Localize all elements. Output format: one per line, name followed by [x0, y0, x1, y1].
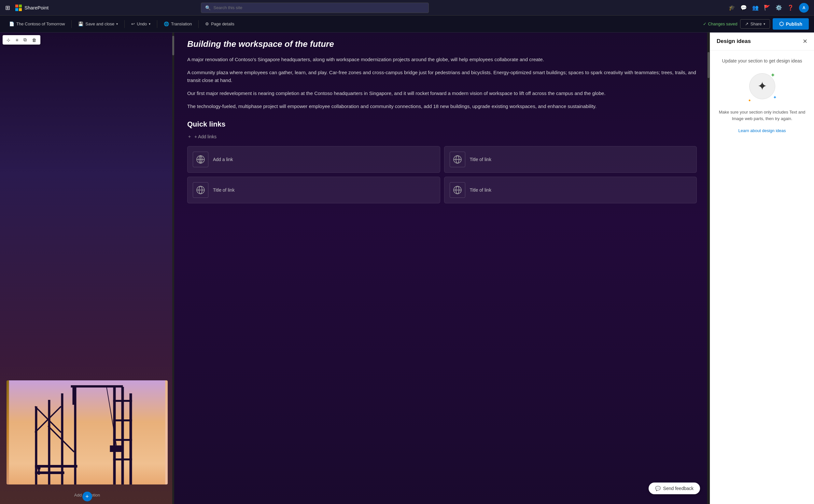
share-button[interactable]: ↗ Share ▾: [740, 19, 770, 29]
save-dropdown-arrow[interactable]: ▾: [116, 22, 118, 26]
page-details-button[interactable]: ⚙ Page details: [201, 20, 238, 28]
link-card-2[interactable]: Title of link: [187, 177, 440, 203]
search-input[interactable]: [213, 5, 425, 10]
globe-icon-4: [453, 185, 462, 195]
center-scrollbar[interactable]: [707, 33, 710, 504]
design-panel-body: Update your section to get design ideas …: [710, 50, 814, 504]
paragraph-4: The technology-fueled, multiphase projec…: [187, 102, 697, 110]
link-card-add[interactable]: Add a link: [187, 146, 440, 173]
link-title-2: Title of link: [213, 187, 234, 193]
svg-rect-16: [73, 385, 75, 405]
chat-icon[interactable]: 💬: [740, 5, 747, 11]
duplicate-button[interactable]: ⧉: [22, 36, 28, 43]
user-avatar[interactable]: A: [799, 3, 809, 13]
add-section-button[interactable]: +: [82, 492, 92, 501]
design-icon-area: ✦ ✦ ✦ ●: [746, 70, 779, 102]
sparkle-icon: ✦: [757, 79, 767, 93]
flag-icon[interactable]: 🚩: [764, 5, 770, 11]
link-card-1[interactable]: Title of link: [444, 146, 697, 173]
translation-label: Translation: [171, 21, 192, 26]
star-icon-1: ✦: [770, 72, 775, 79]
delete-button[interactable]: 🗑: [31, 37, 38, 43]
page-title: The Contoso of Tomorrow: [16, 21, 65, 26]
svg-rect-18: [110, 445, 123, 452]
toolbar-right: ✓ Changes saved ↗ Share ▾ ⬡ Publish: [703, 18, 809, 30]
learn-icon[interactable]: 🎓: [729, 5, 735, 11]
link-title-3: Title of link: [470, 187, 491, 193]
move-tool-button[interactable]: ⊹: [5, 37, 12, 43]
format-button[interactable]: ≡: [14, 37, 20, 43]
link-icon-box-1: [193, 152, 208, 167]
svg-rect-19: [35, 465, 77, 468]
undo-icon: ↩: [131, 21, 135, 26]
add-links-label: + Add links: [194, 134, 216, 139]
feedback-icon: 💬: [655, 486, 661, 491]
add-a-link-label: Add a link: [213, 157, 233, 162]
add-links-button[interactable]: ＋ + Add links: [187, 134, 697, 140]
help-icon[interactable]: ❓: [787, 5, 794, 11]
divider-1: [71, 20, 72, 28]
waffle-menu[interactable]: ⊞: [5, 4, 10, 11]
save-icon: 💾: [78, 21, 83, 26]
page-details-label: Page details: [211, 21, 234, 26]
feedback-label: Send feedback: [663, 486, 694, 491]
ms-squares: [15, 5, 22, 11]
link-card-3[interactable]: Title of link: [444, 177, 697, 203]
add-icon: ＋: [187, 134, 192, 140]
paragraph-3: Our first major redevelopment is nearing…: [187, 89, 697, 97]
undo-dropdown-arrow[interactable]: ▾: [149, 22, 150, 26]
close-design-panel-button[interactable]: ✕: [803, 38, 807, 45]
scaffold-svg: [7, 380, 168, 484]
design-ideas-panel: Design ideas ✕ Update your section to ge…: [710, 33, 814, 504]
link-icon-box-2: [450, 152, 465, 167]
page-icon: 📄: [9, 21, 14, 26]
translation-button[interactable]: 🌐 Translation: [160, 20, 196, 28]
share-dropdown-arrow[interactable]: ▾: [764, 22, 765, 26]
checkmark-icon: ✓: [703, 21, 707, 26]
construction-image: [7, 380, 168, 484]
svg-rect-5: [113, 419, 132, 421]
design-hint-text: Update your section to get design ideas: [722, 58, 802, 63]
svg-rect-22: [38, 470, 40, 475]
divider-4: [198, 20, 199, 28]
svg-rect-6: [113, 439, 132, 441]
svg-rect-4: [113, 400, 132, 402]
save-close-label: Save and close: [85, 21, 114, 26]
paragraph-2: A community plaza where employees can ga…: [187, 69, 697, 84]
divider-3: [157, 20, 157, 28]
save-close-button[interactable]: 💾 Save and close ▾: [74, 20, 122, 28]
top-nav: ⊞ SharePoint 🔍 🎓 💬 👥 🚩 ⚙️ ❓ A: [0, 0, 814, 16]
image-edit-toolbar: ⊹ ≡ ⧉ 🗑: [3, 35, 40, 45]
settings-icon[interactable]: ⚙️: [776, 5, 782, 11]
main-area: ⊹ ≡ ⧉ 🗑: [0, 33, 814, 504]
svg-rect-0: [9, 380, 165, 484]
publish-button[interactable]: ⬡ Publish: [773, 18, 809, 30]
undo-button[interactable]: ↩ Undo ▾: [127, 20, 154, 28]
nav-right-icons: 🎓 💬 👥 🚩 ⚙️ ❓ A: [729, 3, 809, 13]
quick-links-section: Quick links ＋ + Add links A: [187, 120, 697, 203]
link-icon-box-3: [193, 182, 208, 198]
content-title: Building the workspace of the future: [187, 39, 697, 49]
globe-icon-3: [196, 185, 205, 195]
svg-rect-7: [113, 458, 132, 460]
star-icon-2: ✦: [773, 95, 777, 100]
page-icon-item: 📄 The Contoso of Tomorrow: [5, 20, 69, 28]
translation-icon: 🌐: [164, 21, 169, 26]
search-icon: 🔍: [205, 5, 211, 10]
search-bar[interactable]: 🔍: [201, 3, 429, 13]
divider-2: [124, 20, 125, 28]
page-details-icon: ⚙: [205, 21, 209, 26]
design-panel-header: Design ideas ✕: [710, 33, 814, 50]
link-icon-box-4: [450, 182, 465, 198]
center-scroll-thumb: [708, 52, 710, 78]
learn-design-ideas-link[interactable]: Learn about design ideas: [738, 128, 786, 133]
changes-saved-indicator: ✓ Changes saved: [703, 21, 737, 26]
changes-saved-label: Changes saved: [708, 21, 737, 26]
svg-rect-15: [71, 385, 123, 388]
people-icon[interactable]: 👥: [752, 5, 759, 11]
center-content-panel: Building the workspace of the future A m…: [174, 33, 710, 504]
microsoft-logo: SharePoint: [15, 5, 48, 11]
paragraph-1: A major renovation of Contoso's Singapor…: [187, 56, 697, 63]
send-feedback-button[interactable]: 💬 Send feedback: [649, 483, 700, 494]
star-icon-3: ●: [749, 98, 751, 102]
